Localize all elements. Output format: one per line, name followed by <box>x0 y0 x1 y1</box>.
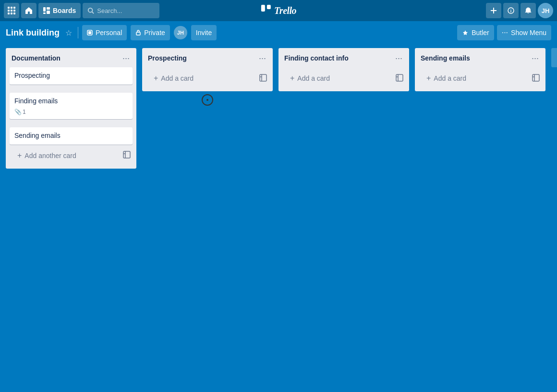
list-header-documentation: Documentation··· <box>6 48 136 67</box>
search-placeholder: Search... <box>97 7 122 14</box>
svg-rect-28 <box>260 74 266 81</box>
add-card-button-documentation[interactable]: + Add another card <box>12 147 119 164</box>
info-button[interactable]: i <box>503 3 519 18</box>
add-card-label: Add a card <box>161 74 194 82</box>
add-card-label: Add another card <box>24 152 76 159</box>
card-template-button-prospecting[interactable] <box>257 72 269 85</box>
boards-button[interactable]: Boards <box>38 3 81 18</box>
board-avatar-initials: JH <box>177 30 184 36</box>
svg-rect-34 <box>533 74 539 81</box>
home-button[interactable] <box>21 3 36 18</box>
list-menu-button-prospecting[interactable]: ··· <box>257 53 268 63</box>
cards-container-documentation: ProspectingFinding emails📎 1Sending emai… <box>6 67 136 145</box>
board-header-right: Butler ··· Show Menu <box>457 25 551 40</box>
attachment-count: 1 <box>23 109 26 115</box>
privacy-button[interactable]: Private <box>131 25 170 40</box>
list-title-sending-emails: Sending emails <box>421 54 530 62</box>
add-card-label: Add a card <box>434 74 466 82</box>
add-card-label: Add a card <box>297 74 330 82</box>
card-c3[interactable]: Sending emails <box>10 127 133 145</box>
list-menu-button-documentation[interactable]: ··· <box>121 53 132 63</box>
notifications-button[interactable] <box>521 3 536 18</box>
board-avatar[interactable]: JH <box>174 26 187 39</box>
svg-rect-23 <box>88 31 91 34</box>
svg-rect-11 <box>47 11 50 14</box>
plus-icon: + <box>154 74 158 83</box>
board-header: Link building ☆ Personal Private JH Invi… <box>0 21 557 44</box>
create-button[interactable] <box>486 3 501 18</box>
plus-icon: + <box>17 151 22 160</box>
list-documentation: Documentation···ProspectingFinding email… <box>6 48 136 169</box>
list-title-finding-contact-info: Finding contact info <box>284 54 393 62</box>
header-divider <box>78 27 78 38</box>
invite-label: Invite <box>196 29 212 37</box>
svg-rect-25 <box>123 151 130 158</box>
avatar-initials: JH <box>542 7 550 14</box>
svg-rect-5 <box>13 10 15 12</box>
card-title-c2: Finding emails <box>14 97 128 106</box>
add-card-button-sending-emails[interactable]: + Add a card <box>421 70 528 86</box>
svg-line-14 <box>92 12 94 14</box>
card-template-button-sending-emails[interactable] <box>530 72 542 85</box>
search-bar[interactable]: Search... <box>83 3 159 18</box>
privacy-label: Private <box>144 29 165 37</box>
svg-rect-12 <box>43 12 46 14</box>
card-template-button-documentation[interactable] <box>121 149 133 162</box>
add-card-footer-sending-emails: + Add a card <box>415 67 545 91</box>
svg-rect-7 <box>11 12 12 14</box>
trello-icon <box>261 4 271 17</box>
list-title-documentation: Documentation <box>12 54 121 62</box>
svg-point-13 <box>88 8 93 12</box>
svg-rect-1 <box>11 7 12 9</box>
card-separator <box>10 88 133 89</box>
add-card-button-prospecting[interactable]: + Add a card <box>148 70 255 86</box>
card-c2[interactable]: Finding emails📎 1 <box>10 93 133 120</box>
board-title[interactable]: Link building <box>6 28 60 38</box>
user-avatar[interactable]: JH <box>538 3 553 18</box>
svg-rect-8 <box>13 12 15 14</box>
list-header-prospecting: Prospecting··· <box>142 48 273 67</box>
card-title-c3: Sending emails <box>14 131 128 141</box>
card-c1[interactable]: Prospecting <box>10 67 133 85</box>
grid-menu-button[interactable] <box>4 3 19 18</box>
star-button[interactable]: ☆ <box>63 26 74 39</box>
svg-rect-24 <box>136 32 140 35</box>
trello-logo: Trello <box>261 4 296 17</box>
butler-button[interactable]: Butler <box>457 25 494 40</box>
show-menu-button[interactable]: ··· Show Menu <box>497 25 551 40</box>
svg-rect-10 <box>47 7 50 10</box>
butler-label: Butler <box>472 29 489 37</box>
invite-button[interactable]: Invite <box>191 25 217 40</box>
list-menu-button-sending-emails[interactable]: ··· <box>530 53 541 63</box>
list-title-prospecting: Prospecting <box>148 54 257 62</box>
card-title-c1: Prospecting <box>14 71 128 81</box>
add-card-footer-documentation: + Add another card <box>6 145 136 169</box>
add-card-footer-prospecting: + Add a card <box>142 67 273 91</box>
list-header-finding-contact-info: Finding contact info··· <box>278 48 409 67</box>
svg-rect-17 <box>267 5 271 9</box>
card-template-button-finding-contact-info[interactable] <box>394 72 405 85</box>
add-card-button-finding-contact-info[interactable]: + Add a card <box>284 70 392 86</box>
list-menu-button-finding-contact-info[interactable]: ··· <box>393 53 404 63</box>
plus-icon: + <box>290 74 294 83</box>
svg-rect-15 <box>261 4 271 14</box>
svg-rect-31 <box>396 74 403 81</box>
top-navigation: Boards Search... Trello i <box>0 0 557 21</box>
trello-wordmark: Trello <box>274 5 296 16</box>
svg-text:i: i <box>510 9 512 13</box>
svg-rect-3 <box>8 10 10 12</box>
plus-icon: + <box>426 74 431 83</box>
show-menu-label: Show Menu <box>511 29 546 37</box>
svg-rect-0 <box>8 7 10 9</box>
visibility-button[interactable]: Personal <box>82 25 127 40</box>
svg-rect-4 <box>11 10 12 12</box>
list-sending-emails: Sending emails···+ Add a card <box>415 48 545 91</box>
nav-right-actions: i JH <box>486 3 553 18</box>
visibility-label: Personal <box>96 29 122 37</box>
svg-rect-16 <box>261 5 265 12</box>
attachment-icon-c2: 📎 1 <box>14 109 26 115</box>
card-meta-c2: 📎 1 <box>14 109 128 115</box>
board-content: Documentation···ProspectingFinding email… <box>0 44 557 172</box>
list-finding-contact-info: Finding contact info···+ Add a card <box>278 48 409 91</box>
add-list-button[interactable]: ++ Add another list <box>551 48 557 67</box>
